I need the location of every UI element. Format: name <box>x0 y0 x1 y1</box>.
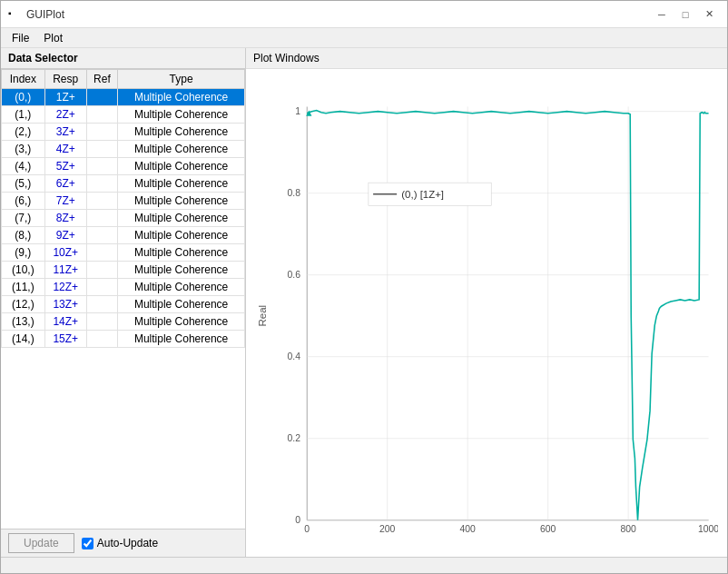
cell-index: (8,) <box>2 227 45 244</box>
cell-resp: 2Z+ <box>44 106 86 124</box>
cell-index: (0,) <box>2 89 45 106</box>
cell-resp: 15Z+ <box>44 331 86 348</box>
col-index: Index <box>2 70 45 89</box>
window-controls: ─ □ ✕ <box>651 5 720 24</box>
cell-ref <box>86 175 117 193</box>
plot-header: Plot Windows <box>246 48 727 69</box>
chart-svg: Real 0 0.2 0.4 <box>255 78 718 553</box>
data-table-container[interactable]: Index Resp Ref Type (0,)1Z+Multiple Cohe… <box>1 69 245 529</box>
table-row[interactable]: (13,)14Z+Multiple Coherence <box>2 313 245 331</box>
left-panel: Data Selector Index Resp Ref Type (0,)1Z… <box>1 48 246 557</box>
table-row[interactable]: (12,)13Z+Multiple Coherence <box>2 296 245 313</box>
table-row[interactable]: (2,)3Z+Multiple Coherence <box>2 124 245 141</box>
svg-text:0.4: 0.4 <box>288 351 301 361</box>
cell-ref <box>86 141 117 158</box>
cell-resp: 7Z+ <box>44 193 86 210</box>
menu-plot[interactable]: Plot <box>36 30 70 46</box>
close-button[interactable]: ✕ <box>698 5 720 24</box>
table-row[interactable]: (7,)8Z+Multiple Coherence <box>2 210 245 227</box>
cell-type: Multiple Coherence <box>118 124 245 141</box>
cell-type: Multiple Coherence <box>118 279 245 296</box>
minimize-button[interactable]: ─ <box>651 5 673 24</box>
table-row[interactable]: (6,)7Z+Multiple Coherence <box>2 193 245 210</box>
cell-type: Multiple Coherence <box>118 193 245 210</box>
svg-text:1: 1 <box>295 106 300 116</box>
cell-index: (2,) <box>2 124 45 141</box>
cell-index: (6,) <box>2 193 45 210</box>
cell-index: (13,) <box>2 313 45 331</box>
table-row[interactable]: (0,)1Z+Multiple Coherence <box>2 89 245 106</box>
title-bar: ▪ GUIPlot ─ □ ✕ <box>1 1 727 28</box>
table-row[interactable]: (4,)5Z+Multiple Coherence <box>2 158 245 175</box>
cell-ref <box>86 244 117 262</box>
cell-type: Multiple Coherence <box>118 106 245 124</box>
svg-text:600: 600 <box>540 524 556 534</box>
cell-type: Multiple Coherence <box>118 141 245 158</box>
menu-file[interactable]: File <box>5 30 36 46</box>
cell-resp: 9Z+ <box>44 227 86 244</box>
right-panel: Plot Windows Real <box>246 48 727 557</box>
cell-type: Multiple Coherence <box>118 331 245 348</box>
cell-index: (10,) <box>2 262 45 279</box>
table-row[interactable]: (14,)15Z+Multiple Coherence <box>2 331 245 348</box>
cell-index: (5,) <box>2 175 45 193</box>
table-row[interactable]: (9,)10Z+Multiple Coherence <box>2 244 245 262</box>
cell-ref <box>86 331 117 348</box>
cell-resp: 12Z+ <box>44 279 86 296</box>
bottom-bar: Update Auto-Update <box>1 529 245 557</box>
maximize-button[interactable]: □ <box>674 5 696 24</box>
cell-type: Multiple Coherence <box>118 262 245 279</box>
svg-text:0.2: 0.2 <box>288 433 301 443</box>
cell-resp: 6Z+ <box>44 175 86 193</box>
svg-text:400: 400 <box>460 524 477 534</box>
cell-resp: 10Z+ <box>44 244 86 262</box>
cell-ref <box>86 296 117 313</box>
svg-text:1000: 1000 <box>698 524 718 534</box>
auto-update-label[interactable]: Auto-Update <box>82 537 158 549</box>
cell-index: (12,) <box>2 296 45 313</box>
table-row[interactable]: (8,)9Z+Multiple Coherence <box>2 227 245 244</box>
status-bar <box>1 557 727 573</box>
legend-text: (0,) [1Z+] <box>401 189 444 200</box>
cell-type: Multiple Coherence <box>118 89 245 106</box>
cell-index: (7,) <box>2 210 45 227</box>
cell-ref <box>86 158 117 175</box>
table-row[interactable]: (3,)4Z+Multiple Coherence <box>2 141 245 158</box>
svg-text:0.6: 0.6 <box>288 270 301 280</box>
cell-type: Multiple Coherence <box>118 313 245 331</box>
cell-ref <box>86 313 117 331</box>
auto-update-checkbox[interactable] <box>82 538 93 549</box>
table-row[interactable]: (1,)2Z+Multiple Coherence <box>2 106 245 124</box>
data-table: Index Resp Ref Type (0,)1Z+Multiple Cohe… <box>1 69 245 348</box>
cell-resp: 1Z+ <box>44 89 86 106</box>
cell-type: Multiple Coherence <box>118 158 245 175</box>
cell-resp: 8Z+ <box>44 210 86 227</box>
cell-type: Multiple Coherence <box>118 227 245 244</box>
svg-text:0.8: 0.8 <box>288 188 301 198</box>
svg-text:800: 800 <box>620 524 636 534</box>
app-icon: ▪ <box>8 8 21 21</box>
cell-resp: 3Z+ <box>44 124 86 141</box>
cell-resp: 11Z+ <box>44 262 86 279</box>
cell-ref <box>86 227 117 244</box>
table-row[interactable]: (5,)6Z+Multiple Coherence <box>2 175 245 193</box>
cell-ref <box>86 262 117 279</box>
table-row[interactable]: (10,)11Z+Multiple Coherence <box>2 262 245 279</box>
cell-index: (3,) <box>2 141 45 158</box>
update-button[interactable]: Update <box>8 533 74 553</box>
auto-update-text: Auto-Update <box>97 537 158 549</box>
col-ref: Ref <box>86 70 117 89</box>
cell-type: Multiple Coherence <box>118 296 245 313</box>
main-content: Data Selector Index Resp Ref Type (0,)1Z… <box>1 48 727 557</box>
cell-ref <box>86 89 117 106</box>
cell-index: (9,) <box>2 244 45 262</box>
y-axis-label: Real <box>258 305 269 327</box>
svg-text:0: 0 <box>295 515 300 525</box>
plot-line <box>307 111 708 520</box>
svg-text:0: 0 <box>304 524 310 534</box>
cell-ref <box>86 124 117 141</box>
cell-resp: 5Z+ <box>44 158 86 175</box>
cell-resp: 4Z+ <box>44 141 86 158</box>
table-row[interactable]: (11,)12Z+Multiple Coherence <box>2 279 245 296</box>
cell-index: (4,) <box>2 158 45 175</box>
